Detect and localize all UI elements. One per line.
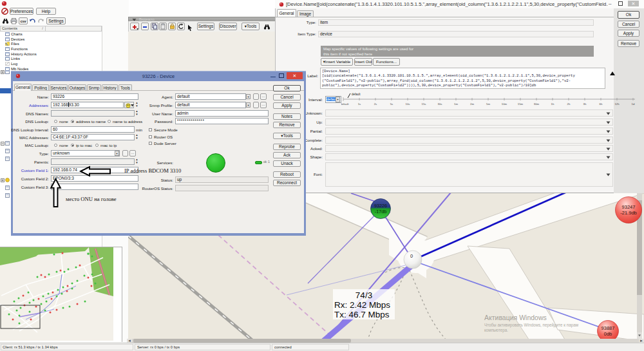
svg-text:15m: 15m bbox=[518, 102, 524, 106]
svg-text:30s: 30s bbox=[438, 102, 442, 106]
svg-text:0: 0 bbox=[410, 253, 413, 259]
svg-text:3h: 3h bbox=[583, 102, 587, 106]
svg-text:93247: 93247 bbox=[622, 204, 636, 210]
svg-text:2s: 2s bbox=[374, 102, 377, 106]
svg-text:93887: 93887 bbox=[601, 325, 615, 331]
svg-text:Активация Windows: Активация Windows bbox=[484, 314, 547, 321]
svg-text:default: default bbox=[341, 102, 349, 106]
svg-text:12h: 12h bbox=[614, 102, 620, 106]
svg-text:10s: 10s bbox=[406, 102, 410, 106]
svg-text:-21.9db: -21.9db bbox=[620, 210, 636, 216]
svg-text:10m: 10m bbox=[502, 102, 507, 106]
svg-text:5m: 5m bbox=[486, 102, 490, 106]
svg-text:6h: 6h bbox=[600, 102, 603, 106]
svg-text:5s: 5s bbox=[390, 102, 393, 106]
svg-text:default: default bbox=[352, 93, 361, 96]
svg-text:Tx: 46.7 Mbps: Tx: 46.7 Mbps bbox=[334, 310, 390, 319]
svg-text:компьютера.: компьютера. bbox=[484, 328, 508, 333]
svg-text:-17db: -17db bbox=[375, 209, 386, 214]
svg-text:2h: 2h bbox=[567, 102, 571, 106]
svg-text:15s: 15s bbox=[422, 102, 426, 106]
svg-text:93226: 93226 bbox=[374, 203, 387, 209]
svg-text:1s: 1s bbox=[358, 102, 361, 106]
svg-text:2m: 2m bbox=[470, 102, 474, 106]
svg-text:Чтобы активировать Windows, пе: Чтобы активировать Windows, перейдите к … bbox=[484, 323, 578, 328]
svg-text:1m: 1m bbox=[454, 102, 458, 106]
svg-text:74/3: 74/3 bbox=[355, 290, 372, 300]
svg-text:Rx: 2.42 Mbps: Rx: 2.42 Mbps bbox=[334, 300, 390, 310]
svg-text:1h: 1h bbox=[551, 102, 554, 106]
svg-text:1d: 1d bbox=[632, 102, 635, 106]
svg-text:0db: 0db bbox=[604, 331, 612, 337]
svg-text:30m: 30m bbox=[534, 102, 540, 106]
